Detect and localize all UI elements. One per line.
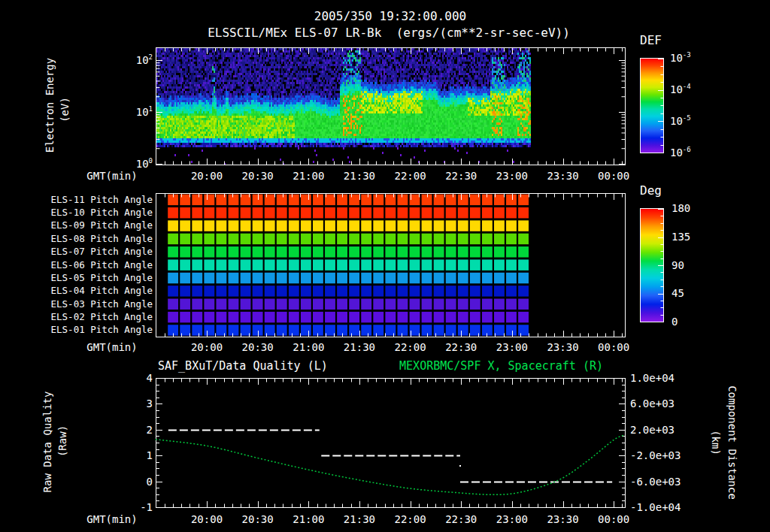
def-colorbar-title: DEF <box>640 35 662 47</box>
quality-tick-label: 2 <box>147 425 153 435</box>
deg-tick-label: 135 <box>671 231 690 242</box>
pitch-row-label: ELS-09 Pitch Angle <box>51 221 153 231</box>
time-tick-label: 23:30 <box>547 514 578 524</box>
pitch-row-label: ELS-02 Pitch Angle <box>51 313 153 322</box>
quality-tick-label: 1 <box>147 450 153 461</box>
main-subtitle: ELSSCIL/MEx ELS-07 LR-Bk (ergs/(cm**2-sr… <box>208 27 570 39</box>
quality-unit-label: (Raw) <box>57 425 68 457</box>
pitch-row-label: ELS-01 Pitch Angle <box>51 325 153 335</box>
time-tick-label: 00:00 <box>598 514 629 524</box>
time-tick-label: 22:30 <box>445 171 477 181</box>
def-tick-label: 10-4 <box>670 84 691 95</box>
time-tick-label: 20:00 <box>191 171 223 181</box>
deg-tick-label: 45 <box>671 288 684 298</box>
distance-axis-label: Component Distance <box>727 385 738 500</box>
deg-colorbar-title: Deg <box>640 185 662 197</box>
time-axis-label-mid: GMT(min) <box>86 342 137 352</box>
plot-page: 2005/350 19:32:00.000 ELSSCIL/MEx ELS-07… <box>0 0 770 532</box>
pitch-row-label: ELS-07 Pitch Angle <box>51 247 153 257</box>
time-tick-label: 23:00 <box>496 171 528 181</box>
time-tick-label: 20:30 <box>242 514 274 524</box>
pitch-row-label: ELS-03 Pitch Angle <box>51 299 153 309</box>
time-axis-label-top: GMT(min) <box>86 171 137 181</box>
pitch-row-label: ELS-11 Pitch Angle <box>51 195 153 204</box>
time-axis-label-bottom: GMT(min) <box>86 514 137 524</box>
time-tick-label: 23:00 <box>496 342 528 352</box>
time-tick-label: 21:00 <box>293 342 324 352</box>
distance-tick-label: 1.0e+04 <box>630 373 675 383</box>
spacecraft-series-title: MEXORBMC/SPF X, Spacecraft (R) <box>399 361 603 372</box>
pitch-row-label: ELS-08 Pitch Angle <box>51 234 153 244</box>
quality-tick-label: 4 <box>147 373 153 383</box>
distance-tick-label: -2.0e+03 <box>630 450 681 461</box>
time-tick-label: 20:30 <box>242 342 274 352</box>
time-tick-label: 22:30 <box>445 342 477 352</box>
distance-tick-label: -1.0e+04 <box>630 502 681 512</box>
energy-unit-label: (eV) <box>59 97 70 122</box>
pitch-row-label: ELS-05 Pitch Angle <box>51 274 153 283</box>
quality-tick-label: 0 <box>147 476 153 487</box>
spectrogram-canvas <box>156 47 626 165</box>
distance-tick-label: -6.0e+03 <box>630 476 681 487</box>
time-tick-label: 23:00 <box>496 514 528 524</box>
distance-tick-label: 2.0e+03 <box>630 425 675 435</box>
time-tick-label: 21:30 <box>344 171 375 181</box>
time-tick-label: 00:00 <box>598 171 629 181</box>
deg-colorbar <box>640 208 664 322</box>
quality-tick-label: 3 <box>147 398 153 409</box>
time-tick-label: 20:00 <box>191 514 223 524</box>
time-tick-label: 22:00 <box>395 514 426 524</box>
time-tick-label: 23:30 <box>547 342 578 352</box>
time-tick-label: 20:00 <box>191 342 223 352</box>
time-tick-label: 20:30 <box>242 171 274 181</box>
def-tick-label: 10-5 <box>670 116 691 126</box>
deg-tick-label: 180 <box>671 203 690 213</box>
time-tick-label: 22:00 <box>395 171 426 181</box>
time-tick-label: 22:30 <box>445 514 477 524</box>
energy-tick-label: 101 <box>136 107 153 117</box>
time-tick-label: 21:30 <box>344 342 375 352</box>
def-tick-label: 10-6 <box>670 147 691 158</box>
quality-tick-label: -1 <box>140 502 153 512</box>
energy-tick-label: 102 <box>136 55 153 65</box>
deg-tick-label: 90 <box>671 260 684 271</box>
pitch-row-label: ELS-06 Pitch Angle <box>51 260 153 270</box>
deg-tick-label: 0 <box>671 316 678 327</box>
time-tick-label: 21:30 <box>344 514 375 524</box>
def-colorbar <box>640 58 664 153</box>
distance-tick-label: 6.0e+03 <box>630 398 675 409</box>
energy-axis-label: Electron Energy <box>44 58 55 153</box>
pitch-row-label: ELS-10 Pitch Angle <box>51 208 153 218</box>
def-tick-label: 10-3 <box>670 53 691 63</box>
pitch-row-label: ELS-04 Pitch Angle <box>51 286 153 296</box>
time-tick-label: 23:30 <box>547 171 578 181</box>
time-tick-label: 00:00 <box>598 342 629 352</box>
quality-axis-label: Raw Data Quality <box>42 391 53 493</box>
pitch-angle-canvas <box>156 193 626 337</box>
energy-tick-label: 100 <box>136 159 153 169</box>
quality-series-title: SAF_BXuT/Data Quality (L) <box>158 361 328 372</box>
main-title: 2005/350 19:32:00.000 <box>314 11 466 23</box>
distance-unit-label: (km) <box>711 430 721 455</box>
timeseries-canvas <box>156 378 626 508</box>
time-tick-label: 21:00 <box>293 171 324 181</box>
time-tick-label: 21:00 <box>293 514 324 524</box>
time-tick-label: 22:00 <box>395 342 426 352</box>
